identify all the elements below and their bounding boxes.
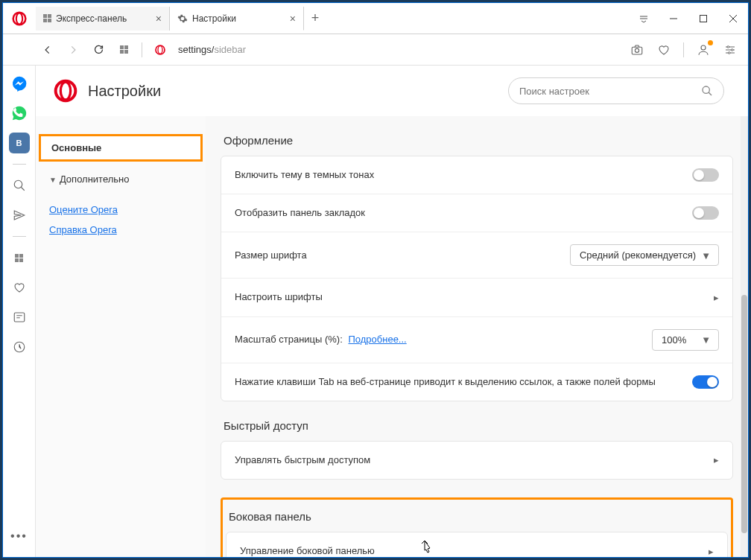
sidebar-rail: B ••• [3,66,36,557]
sidebar-card: Управление боковой панелью ▸ [226,532,728,557]
appearance-card: Включить тему в темных тонах Отобразить … [221,156,733,401]
svg-rect-12 [14,313,25,322]
chevron-right-icon: ▸ [714,454,719,465]
settings-main: Оформление Включить тему в темных тонах … [206,116,748,557]
url-display[interactable]: settings/sidebar [178,44,246,55]
section-quick-access-title: Быстрый доступ [224,419,730,432]
font-size-select[interactable]: Средний (рекомендуется)▼ [570,244,719,266]
settings-search[interactable] [508,77,724,104]
chevron-down-icon: ▼ [701,249,711,261]
flow-icon[interactable] [9,205,30,226]
vk-icon[interactable]: B [9,133,30,153]
maximize-button[interactable] [688,7,718,31]
site-info-icon[interactable] [153,42,168,57]
profile-button[interactable] [696,42,711,57]
search-input[interactable] [519,86,695,97]
speed-dial-icon [43,14,51,22]
row-manage-quick-access[interactable]: Управлять быстрым доступом ▸ [221,442,732,479]
row-dark-theme: Включить тему в темных тонах [221,156,732,194]
opera-logo-icon [54,79,77,103]
tab-settings[interactable]: Настройки × [170,7,304,31]
row-font-size: Размер шрифта Средний (рекомендуется)▼ [221,232,732,279]
close-tab-icon[interactable]: × [290,13,296,25]
sidebar-section-highlight: Боковая панель Управление боковой панель… [221,497,733,557]
section-appearance-title: Оформление [224,134,730,147]
section-sidebar-title: Боковая панель [229,510,725,523]
bookmarks-bar-toggle[interactable] [692,206,719,220]
nav-advanced[interactable]: ▼Дополнительно [36,166,206,192]
new-tab-button[interactable]: + [304,10,326,26]
back-button[interactable] [40,42,55,57]
row-bookmarks-bar: Отобразить панель закладок [221,194,732,232]
settings-nav: Основные ▼Дополнительно Оцените Opera Сп… [36,116,206,557]
svg-point-0 [13,12,26,25]
nav-basic[interactable]: Основные [39,134,203,162]
svg-point-8 [727,45,729,48]
svg-point-4 [158,45,162,54]
forward-button[interactable] [66,42,80,57]
tab-bar: Экспресс-панель × Настройки × + [3,3,748,34]
whatsapp-icon[interactable] [9,103,30,124]
tabs-menu-button[interactable] [629,7,659,31]
svg-point-10 [728,51,730,54]
svg-point-14 [56,81,76,101]
messenger-icon[interactable] [9,73,30,94]
sidebar-more-icon[interactable]: ••• [9,526,30,547]
dark-theme-toggle[interactable] [692,168,719,182]
easy-setup-button[interactable] [723,42,738,57]
chevron-down-icon: ▼ [701,334,711,346]
tab-highlight-toggle[interactable] [692,375,719,389]
search-sidebar-icon[interactable] [9,175,30,196]
gear-icon [177,13,188,24]
page-title: Настройки [88,83,161,100]
bookmarks-sidebar-icon[interactable] [9,277,30,298]
row-customize-fonts[interactable]: Настроить шрифты ▸ [221,279,732,316]
svg-point-7 [701,45,706,50]
row-manage-sidebar[interactable]: Управление боковой панелью ▸ [226,532,727,557]
news-sidebar-icon[interactable] [9,307,30,328]
close-tab-icon[interactable]: × [156,13,162,25]
speed-dial-sidebar-icon[interactable] [9,247,30,268]
svg-point-9 [731,48,733,51]
nav-help-link[interactable]: Справка Opera [49,224,192,235]
settings-header: Настройки [36,66,748,116]
opera-menu-button[interactable] [3,3,36,34]
caret-icon: ▼ [49,176,57,184]
tab-speed-dial[interactable]: Экспресс-панель × [36,7,170,31]
speed-dial-button[interactable] [116,42,131,57]
address-bar: settings/sidebar [3,34,748,66]
tab-label: Экспресс-панель [56,13,127,24]
close-window-button[interactable] [718,7,748,31]
scrollbar[interactable] [741,116,748,557]
heart-button[interactable] [656,42,671,57]
svg-point-16 [703,86,709,93]
snapshot-button[interactable] [630,42,644,57]
nav-rate-link[interactable]: Оцените Opera [49,204,192,215]
row-tab-highlight: Нажатие клавиши Tab на веб-странице прив… [221,363,732,401]
zoom-more-link[interactable]: Подробнее... [348,334,406,345]
row-zoom: Масштаб страницы (%): Подробнее... 100%▼ [221,317,732,363]
minimize-button[interactable] [659,7,688,31]
svg-point-15 [60,82,70,100]
quick-access-card: Управлять быстрым доступом ▸ [221,441,733,480]
svg-point-1 [16,13,22,24]
chevron-right-icon: ▸ [709,546,714,557]
zoom-select[interactable]: 100%▼ [652,329,719,351]
svg-rect-2 [700,15,707,22]
svg-point-6 [635,48,638,52]
svg-point-11 [14,180,22,188]
chevron-right-icon: ▸ [714,292,719,303]
tab-label: Настройки [192,13,236,24]
reload-button[interactable] [91,42,106,57]
history-sidebar-icon[interactable] [9,337,30,357]
search-icon [701,85,713,97]
svg-point-3 [156,45,165,54]
